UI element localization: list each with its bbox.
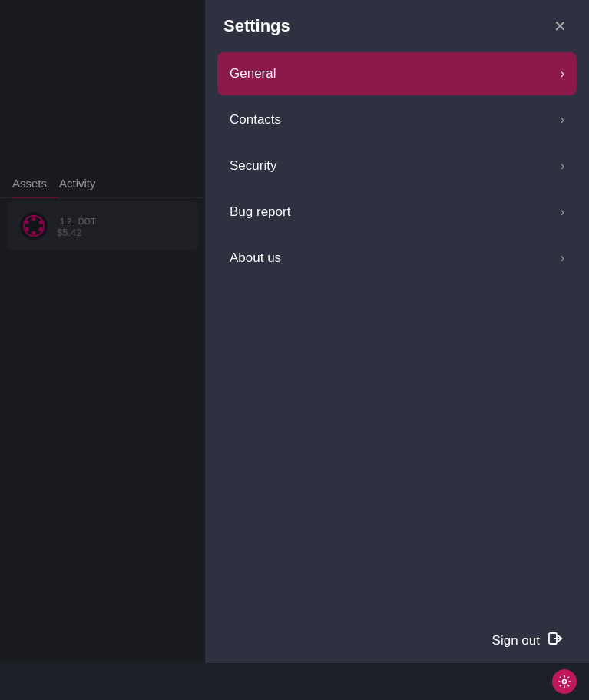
chevron-right-icon: ›: [561, 251, 564, 265]
settings-panel: Settings ✕ General › Contacts › Security…: [205, 0, 589, 700]
menu-item-security-label: Security: [230, 158, 276, 174]
menu-item-bug-report-label: Bug report: [230, 204, 290, 220]
svg-point-9: [563, 680, 567, 684]
close-button[interactable]: ✕: [549, 15, 571, 37]
chevron-right-icon: ›: [561, 67, 564, 81]
menu-item-about-us[interactable]: About us ›: [217, 237, 577, 280]
menu-item-about-us-label: About us: [230, 250, 281, 266]
sign-out-area[interactable]: Sign out: [205, 615, 589, 667]
menu-item-general-label: General: [230, 66, 276, 81]
close-icon: ✕: [554, 17, 567, 35]
chevron-right-icon: ›: [561, 159, 564, 173]
menu-item-contacts-label: Contacts: [230, 112, 281, 128]
menu-item-contacts[interactable]: Contacts ›: [217, 98, 577, 141]
bottom-bar: [0, 663, 589, 700]
settings-title: Settings: [223, 16, 290, 36]
settings-header: Settings ✕: [205, 0, 589, 52]
menu-item-bug-report[interactable]: Bug report ›: [217, 191, 577, 234]
sign-out-label: Sign out: [492, 633, 540, 649]
menu-item-security[interactable]: Security ›: [217, 144, 577, 187]
chevron-right-icon: ›: [561, 113, 564, 127]
gear-icon: [558, 675, 571, 688]
sign-out-icon: [548, 630, 564, 652]
chevron-right-icon: ›: [561, 205, 564, 219]
menu-item-general[interactable]: General ›: [217, 52, 577, 95]
settings-bottom-button[interactable]: [552, 669, 577, 694]
menu-list: General › Contacts › Security › Bug repo…: [205, 52, 589, 280]
